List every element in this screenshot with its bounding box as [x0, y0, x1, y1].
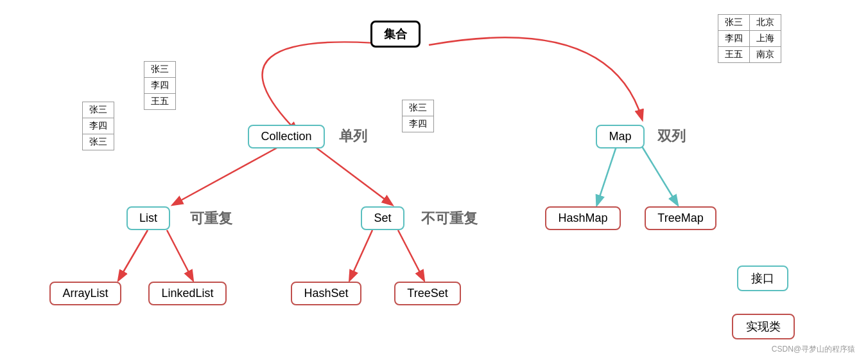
list-node: List [113, 203, 184, 233]
hashmap-label: HashMap [545, 206, 620, 230]
table-cell: 张三 [83, 102, 114, 118]
table-cell: 张三 [718, 15, 750, 31]
linkedlist-label: LinkedList [148, 282, 226, 305]
double-col-label: 双列 [657, 127, 686, 146]
table-cell: 李四 [718, 31, 750, 47]
table-top-right: 张三 北京 李四 上海 王五 南京 [718, 14, 781, 63]
table-cell: 李四 [83, 118, 114, 134]
table-row: 张三 [403, 100, 434, 116]
repeatable-label: 可重复 [190, 209, 232, 228]
table-row: 王五 南京 [718, 47, 781, 63]
table-row: 李四 [83, 118, 114, 134]
table-mid-center: 张三 李四 [402, 100, 434, 132]
no-repeat-label: 不可重复 [421, 209, 478, 228]
map-label: Map [596, 125, 644, 148]
table-cell: 上海 [750, 31, 781, 47]
table-row: 张三 北京 [718, 15, 781, 31]
table-cell: 张三 [403, 100, 434, 116]
treemap-node: TreeMap [642, 203, 719, 233]
arraylist-node: ArrayList [44, 278, 127, 309]
list-label: List [126, 206, 170, 230]
watermark: CSDN@寻梦山的程序猿 [772, 344, 855, 355]
legend-interface-box: 接口 [737, 266, 788, 291]
single-col-label: 单列 [339, 127, 367, 146]
table-cell: 王五 [718, 47, 750, 63]
hashset-node: HashSet [288, 278, 365, 309]
table-row: 李四 [403, 116, 434, 132]
legend-impl-label: 实现类 [746, 320, 781, 333]
table-row: 张三 [83, 134, 114, 150]
table-cell: 张三 [83, 134, 114, 150]
collection-root-label: 集合 [370, 21, 421, 48]
table-cell: 北京 [750, 15, 781, 31]
table-cell: 张三 [144, 62, 176, 78]
table-cell: 李四 [144, 78, 176, 94]
arraylist-label: ArrayList [49, 282, 121, 305]
set-node: Set [351, 203, 415, 233]
treemap-label: TreeMap [645, 206, 716, 230]
collection-root-node: 集合 [357, 18, 434, 50]
legend-impl-box: 实现类 [732, 314, 795, 339]
table-cell: 王五 [144, 94, 176, 110]
table-row: 张三 [144, 62, 176, 78]
table-mid-left-large: 张三 李四 王五 [144, 61, 176, 110]
legend-interface-label: 接口 [751, 272, 774, 285]
table-row: 张三 [83, 102, 114, 118]
collection-label: Collection [248, 125, 324, 148]
collection-node: Collection [241, 121, 331, 152]
set-label: Set [361, 206, 404, 230]
table-cell: 南京 [750, 47, 781, 63]
table-row: 李四 [144, 78, 176, 94]
table-row: 李四 上海 [718, 31, 781, 47]
table-cell: 李四 [403, 116, 434, 132]
treeset-label: TreeSet [394, 282, 460, 305]
table-row: 王五 [144, 94, 176, 110]
hashset-label: HashSet [291, 282, 361, 305]
table-mid-left-small: 张三 李四 张三 [82, 102, 114, 150]
treeset-node: TreeSet [389, 278, 466, 309]
hashmap-node: HashMap [544, 203, 621, 233]
linkedlist-node: LinkedList [143, 278, 232, 309]
diagram-container: 集合 Collection 单列 Map 双列 List 可重复 Set 不可重… [0, 0, 868, 360]
map-node: Map [588, 121, 652, 152]
